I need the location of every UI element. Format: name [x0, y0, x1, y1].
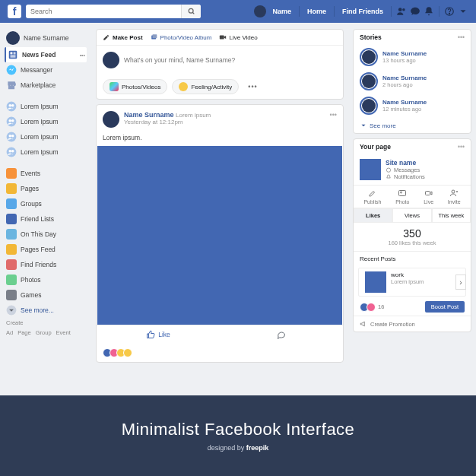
- sidebar-item-news-feed[interactable]: News Feed •••: [5, 47, 87, 62]
- page-action-live[interactable]: Live: [424, 189, 433, 205]
- messages-icon[interactable]: [410, 6, 420, 17]
- sidebar-item-explore[interactable]: On This Day: [5, 227, 87, 242]
- svg-point-3: [402, 8, 405, 11]
- sidebar-item-label: Messanger: [21, 66, 52, 74]
- search-input[interactable]: [26, 8, 181, 15]
- composer-input[interactable]: [124, 56, 337, 64]
- nav-find-friends[interactable]: Find Friends: [339, 8, 386, 15]
- sidebar-item-profile[interactable]: Name Surname: [5, 29, 87, 47]
- story-ring-icon: [360, 72, 378, 90]
- svg-rect-29: [220, 36, 224, 40]
- create-link-ad[interactable]: Ad: [6, 329, 13, 336]
- composer-photos-button[interactable]: Photos/Videos: [103, 79, 167, 94]
- people-icon: [6, 132, 17, 142]
- svg-point-16: [11, 104, 14, 107]
- sidebar-item-explore[interactable]: Games: [5, 287, 87, 303]
- create-promotion-link[interactable]: Create Promotion: [354, 316, 471, 332]
- sidebar-item-label: News Feed: [22, 51, 56, 59]
- svg-rect-13: [8, 86, 14, 90]
- story-author: Name Surname: [382, 50, 427, 57]
- nav-home[interactable]: Home: [304, 8, 329, 15]
- page-action-photo[interactable]: Photo: [395, 189, 409, 205]
- avatar[interactable]: [254, 5, 266, 17]
- chevron-down-icon[interactable]: [458, 6, 468, 17]
- svg-point-18: [9, 119, 12, 122]
- stories-card: Stories••• Name Surname13 hours agoName …: [353, 29, 471, 134]
- svg-point-15: [9, 104, 12, 107]
- tab-this-week[interactable]: This week: [432, 208, 471, 223]
- main-area: Name Surname News Feed ••• Messanger Mar…: [0, 23, 476, 395]
- sidebar-item-explore[interactable]: Photos: [5, 272, 87, 287]
- page-action-publish[interactable]: Publish: [363, 189, 381, 205]
- facebook-logo-icon[interactable]: f: [8, 5, 21, 18]
- comment-button[interactable]: [220, 325, 343, 344]
- avatar: [103, 52, 119, 68]
- your-page-menu-button[interactable]: •••: [458, 143, 465, 151]
- avatar: [6, 31, 20, 45]
- sidebar-item-explore[interactable]: Pages Feed: [5, 242, 87, 257]
- composer-more-button[interactable]: •••: [243, 81, 262, 93]
- story-item[interactable]: Name Surname2 hours ago: [354, 69, 471, 94]
- page-action-invite[interactable]: Invite: [448, 189, 461, 205]
- sidebar-item-messenger[interactable]: Messanger: [5, 62, 87, 78]
- recent-post-item[interactable]: workLorem ipsum ›: [358, 268, 466, 297]
- explore-icon: [6, 290, 17, 300]
- create-link-page[interactable]: Page: [17, 329, 31, 336]
- sidebar-item-explore[interactable]: Pages: [5, 181, 87, 196]
- story-ring-icon: [360, 48, 378, 66]
- story-ring-icon: [360, 97, 378, 115]
- svg-rect-11: [11, 56, 16, 57]
- sidebar-see-more[interactable]: See more...: [5, 303, 87, 318]
- sidebar-item-explore[interactable]: Groups: [5, 196, 87, 211]
- sidebar-item-explore[interactable]: Events: [5, 166, 87, 181]
- like-button[interactable]: Like: [97, 325, 220, 344]
- user-plus-icon: [449, 189, 459, 198]
- friend-requests-icon[interactable]: [396, 6, 407, 17]
- tab-likes[interactable]: Likes: [354, 208, 392, 223]
- nav-name[interactable]: Name: [269, 8, 294, 15]
- stories-title: Stories: [360, 33, 382, 41]
- sidebar-item-label: Events: [21, 170, 40, 177]
- page-name[interactable]: Site name: [386, 159, 425, 167]
- post-reactions[interactable]: [97, 344, 343, 362]
- your-page-card: Your page••• Site name Messages Notifica…: [353, 138, 471, 332]
- top-bar: f Name Home Find Friends: [0, 0, 476, 23]
- stories-menu-button[interactable]: •••: [458, 33, 465, 41]
- sidebar-item-friend[interactable]: Lorem Ipsum: [5, 99, 87, 114]
- page-messages-link[interactable]: Messages: [386, 167, 425, 173]
- post-author[interactable]: Name Surname: [124, 111, 174, 119]
- composer-feeling-button[interactable]: Feeling/Activity: [172, 79, 239, 94]
- post-body-text: Lorem ipsum.: [97, 134, 343, 146]
- page-thumbnail[interactable]: [360, 159, 381, 180]
- chevron-right-icon[interactable]: ›: [455, 274, 466, 290]
- boost-post-button[interactable]: Boost Post: [425, 301, 465, 313]
- sidebar-item-explore[interactable]: Friend Lists: [5, 211, 87, 227]
- notifications-icon[interactable]: [424, 6, 434, 17]
- search-button[interactable]: [181, 5, 201, 18]
- sidebar-item-explore[interactable]: Find Friends: [5, 257, 87, 272]
- sidebar-item-marketplace[interactable]: Marketplace: [5, 78, 87, 93]
- tab-live-video[interactable]: Live Video: [219, 33, 257, 41]
- page-notifications-link[interactable]: Notifications: [386, 173, 425, 180]
- post-menu-button[interactable]: •••: [330, 111, 337, 119]
- avatar[interactable]: [103, 111, 119, 128]
- create-link-event[interactable]: Event: [56, 329, 71, 336]
- sidebar-item-label: On This Day: [21, 230, 56, 238]
- create-link-group[interactable]: Group: [36, 329, 52, 336]
- svg-point-0: [189, 8, 193, 13]
- sidebar-item-friend[interactable]: Lorem Ipsum: [5, 144, 87, 160]
- sidebar-item-friend[interactable]: Lorem Ipsum: [5, 114, 87, 129]
- tab-views[interactable]: Views: [392, 208, 431, 223]
- svg-rect-28: [152, 34, 157, 38]
- help-icon[interactable]: [444, 6, 455, 17]
- tab-photo-video-album[interactable]: Photo/Video Album: [151, 33, 212, 41]
- story-item[interactable]: Name Surname12 minutes ago: [354, 94, 471, 118]
- sidebar-item-friend[interactable]: Lorem Ipsum: [5, 129, 87, 144]
- post-image[interactable]: [97, 146, 342, 325]
- svg-point-23: [7, 148, 17, 157]
- stories-see-more[interactable]: See more: [354, 118, 471, 133]
- center-column: Make Post Photo/Video Album Live Video P…: [91, 23, 348, 395]
- svg-point-30: [386, 168, 390, 172]
- story-item[interactable]: Name Surname13 hours ago: [354, 45, 471, 69]
- tab-make-post[interactable]: Make Post: [103, 33, 143, 41]
